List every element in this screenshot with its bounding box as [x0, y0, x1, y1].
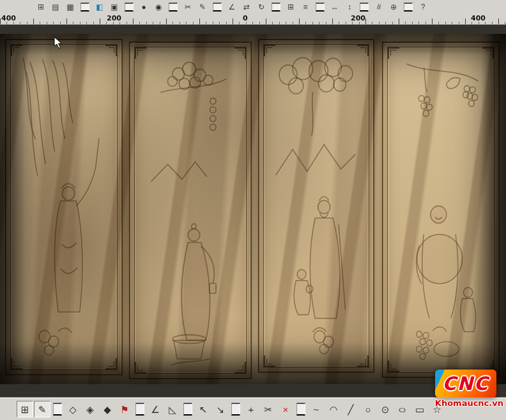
- toolbar-separator: [231, 403, 240, 416]
- merge-icon[interactable]: ⊕: [387, 1, 400, 13]
- save-icon[interactable]: ▦: [64, 1, 77, 13]
- ruler-label: 0: [243, 14, 248, 22]
- toolbar-separator: [125, 3, 134, 12]
- ellipse-tool-icon[interactable]: ○: [394, 401, 411, 417]
- smooth-curve-icon[interactable]: ~: [308, 401, 325, 417]
- slope-tool-icon[interactable]: ∠: [147, 401, 164, 417]
- mirror-icon[interactable]: ⇄: [240, 1, 253, 13]
- watermark-site-text: Khomaucnc.vn: [435, 398, 503, 408]
- rectangle-tool-icon[interactable]: ▭: [411, 401, 428, 417]
- align-icon[interactable]: ≡: [299, 1, 312, 13]
- insert-node-icon[interactable]: +: [243, 401, 259, 417]
- array-copy-icon[interactable]: ⊞: [284, 1, 297, 13]
- dimension-horizontal-icon[interactable]: ↔: [328, 1, 341, 13]
- render-target-icon[interactable]: ◉: [152, 1, 165, 13]
- toolbar-separator: [80, 3, 89, 12]
- app-window: { "app": { "toolbar_bg": "#d6d3ce", "can…: [0, 0, 506, 420]
- help-icon[interactable]: ?: [417, 1, 429, 13]
- toolbar-separator: [213, 3, 222, 12]
- panel-1-carving: [13, 47, 115, 368]
- sphere-view-icon[interactable]: ●: [137, 1, 150, 13]
- toolbar-separator: [53, 403, 62, 416]
- vertex-corner-icon[interactable]: ◆: [99, 401, 116, 417]
- delete-node-icon[interactable]: ×: [277, 401, 294, 417]
- toolbar-separator: [296, 403, 305, 416]
- pick-node-arrow-icon[interactable]: ↘: [212, 401, 229, 417]
- bottom-toolbar: ⊞✎◇◈◆⚑∠◺↖↘+✂×~◠╱○⊙○▭☆: [0, 398, 506, 420]
- line-tool-icon[interactable]: ╱: [342, 401, 359, 417]
- node-grid-icon[interactable]: #: [372, 1, 385, 13]
- view-sheet-icon[interactable]: ▤: [49, 1, 62, 13]
- ruler-label: 400: [1, 14, 16, 22]
- color-palette-icon[interactable]: ◧: [93, 1, 106, 13]
- view-grid-icon[interactable]: ⊞: [34, 1, 47, 13]
- top-toolbar: ⊞▤▦◧▣●◉✂✎∠⇄↻⊞≡↔↕#⊕?: [0, 0, 506, 15]
- carved-panel-2[interactable]: [129, 42, 252, 379]
- horizontal-ruler[interactable]: 400 200 0 200 400: [0, 14, 506, 25]
- wood-artwork: [0, 34, 506, 384]
- node-edit-pen-icon[interactable]: ✎: [34, 401, 50, 417]
- panel-2-carving: [137, 49, 244, 371]
- circle-tool-icon[interactable]: ○: [360, 401, 376, 417]
- vertex-smooth-icon[interactable]: ◈: [82, 401, 98, 417]
- cut-icon[interactable]: ✂: [181, 1, 194, 13]
- carved-panel-4[interactable]: [382, 42, 500, 378]
- page-setup-icon[interactable]: ▣: [108, 1, 121, 13]
- toolbar-separator: [360, 3, 369, 12]
- measure-angle-icon[interactable]: ∠: [226, 1, 238, 13]
- toolbar-separator: [169, 3, 178, 12]
- toolbar-separator: [316, 3, 325, 12]
- ruler-label: 200: [351, 14, 365, 22]
- vertex-tool-icon[interactable]: ◇: [65, 401, 81, 417]
- toolbar-separator: [183, 403, 192, 416]
- ruler-label: 200: [107, 14, 121, 22]
- rotate-icon[interactable]: ↻: [255, 1, 268, 13]
- toolbar-separator: [404, 3, 413, 12]
- draw-pen-icon[interactable]: ✎: [196, 1, 209, 13]
- center-circle-tool-icon[interactable]: ⊙: [377, 401, 394, 417]
- dimension-vertical-icon[interactable]: ↕: [343, 1, 356, 13]
- cnc-logo-text: CNC: [442, 373, 489, 394]
- panel-4-carving: [390, 49, 492, 370]
- toolbar-separator: [272, 3, 280, 12]
- cnc-logo: CNC: [435, 369, 496, 398]
- ruler-label: 400: [471, 14, 486, 22]
- ramp-tool-icon[interactable]: ◺: [164, 401, 181, 417]
- flag-marker-icon[interactable]: ⚑: [116, 401, 133, 417]
- cut-curve-icon[interactable]: ✂: [260, 401, 277, 417]
- carved-panel-3[interactable]: [258, 39, 374, 373]
- watermark: CNC Khomaucnc.vn: [435, 369, 503, 408]
- design-canvas[interactable]: [0, 25, 506, 398]
- panel-3-carving: [266, 47, 367, 365]
- select-mode-icon[interactable]: ⊞: [17, 401, 33, 417]
- carved-panel-1[interactable]: [5, 39, 123, 375]
- pick-arrow-icon[interactable]: ↖: [195, 401, 211, 417]
- toolbar-separator: [135, 403, 144, 416]
- arc-tool-icon[interactable]: ◠: [325, 401, 342, 417]
